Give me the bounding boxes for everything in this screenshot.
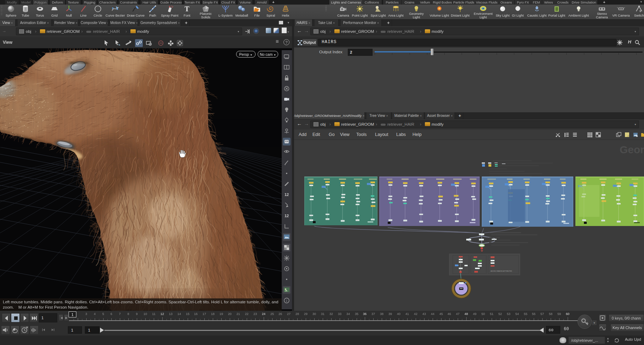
- svg-text:i: i: [286, 299, 287, 303]
- svg-text:ADDING SHADING ATTRIBUTES: ADDING SHADING ATTRIBUTES: [491, 270, 512, 272]
- svg-text:T: T: [185, 5, 189, 13]
- svg-text:Geom: Geom: [620, 144, 644, 155]
